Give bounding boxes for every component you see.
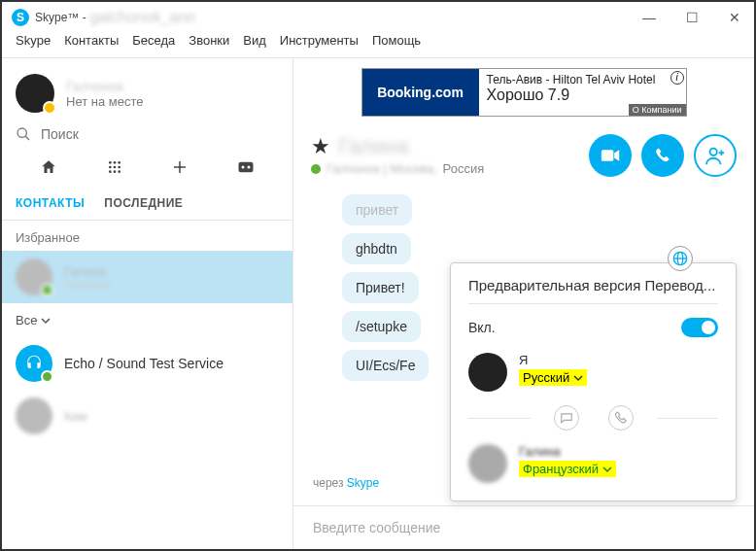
svg-point-3 bbox=[113, 161, 116, 164]
svg-point-5 bbox=[109, 166, 112, 169]
own-status: Нет на месте bbox=[66, 94, 143, 109]
contact-name: Ким bbox=[64, 409, 87, 424]
tab-recent[interactable]: ПОСЛЕДНИЕ bbox=[104, 196, 183, 210]
status-away-icon bbox=[43, 101, 56, 115]
dialpad-icon[interactable] bbox=[105, 157, 124, 177]
svg-point-10 bbox=[118, 170, 120, 173]
chat-sub-blurred: Галчонок | Москва, bbox=[326, 161, 437, 176]
search-row[interactable] bbox=[2, 122, 292, 152]
video-icon bbox=[601, 149, 620, 162]
svg-point-2 bbox=[109, 161, 112, 164]
contact-name: Echo / Sound Test Service bbox=[64, 356, 223, 371]
via-pre: через bbox=[313, 476, 347, 490]
contact-avatar bbox=[16, 397, 52, 434]
svg-point-7 bbox=[118, 166, 120, 169]
contact-item-echo[interactable]: Echo / Sound Test Service bbox=[2, 337, 292, 390]
message-bubble: Привет! bbox=[342, 272, 419, 303]
svg-point-17 bbox=[710, 149, 717, 155]
search-input[interactable] bbox=[41, 126, 279, 142]
svg-rect-13 bbox=[239, 162, 254, 173]
ad-brand: Booking.com bbox=[362, 69, 479, 116]
their-language-value: Французский bbox=[523, 462, 599, 476]
minimize-button[interactable]: — bbox=[639, 10, 659, 25]
toggle-label: Вкл. bbox=[468, 320, 496, 335]
sidebar: Галчонок Нет на месте КОНТАКТЫ ПОСЛЕДНИЕ… bbox=[2, 58, 293, 549]
svg-line-1 bbox=[25, 136, 29, 140]
chat-title: Галина bbox=[338, 134, 408, 159]
toggle-switch[interactable] bbox=[681, 318, 718, 337]
svg-rect-16 bbox=[601, 150, 614, 161]
person-plus-icon bbox=[704, 145, 726, 166]
svg-point-8 bbox=[109, 170, 112, 173]
ad-company[interactable]: О Компании bbox=[629, 104, 686, 116]
voice-call-button[interactable] bbox=[641, 134, 684, 177]
svg-point-14 bbox=[242, 166, 245, 169]
phone-icon bbox=[654, 147, 671, 164]
menu-view[interactable]: Вид bbox=[243, 33, 266, 57]
svg-point-0 bbox=[17, 128, 26, 137]
own-name: Галчонок bbox=[66, 79, 143, 94]
my-language-dropdown[interactable]: Русский bbox=[519, 369, 587, 386]
message-bubble: /setupke bbox=[342, 311, 421, 342]
all-label: Все bbox=[16, 313, 37, 327]
popup-me-label: Я bbox=[519, 353, 587, 367]
add-contact-button[interactable] bbox=[694, 134, 737, 177]
chat-location: Россия bbox=[443, 161, 485, 176]
bot-icon[interactable] bbox=[236, 157, 256, 177]
skype-icon: S bbox=[12, 9, 29, 26]
contact-item[interactable]: Ким bbox=[2, 390, 292, 442]
menubar: Skype Контакты Беседа Звонки Вид Инструм… bbox=[2, 33, 754, 58]
home-icon[interactable] bbox=[39, 157, 58, 177]
popup-them-name: Галина bbox=[519, 444, 616, 459]
profile-row[interactable]: Галчонок Нет на месте bbox=[2, 58, 292, 122]
call-mode-icon[interactable] bbox=[608, 405, 634, 430]
svg-point-6 bbox=[113, 166, 116, 169]
contact-sub: Галчонок bbox=[64, 279, 110, 291]
tab-contacts[interactable]: КОНТАКТЫ bbox=[16, 196, 85, 210]
search-icon bbox=[16, 126, 31, 142]
globe-icon[interactable] bbox=[668, 246, 693, 271]
ad-info-icon[interactable]: i bbox=[670, 71, 684, 85]
message-bubble: UI/Ecs/Fe bbox=[342, 350, 429, 381]
popup-title: Предварительная версия Перевод... bbox=[468, 277, 718, 293]
chevron-down-icon bbox=[573, 373, 583, 383]
maximize-button[interactable]: ☐ bbox=[682, 10, 702, 25]
menu-tools[interactable]: Инструменты bbox=[280, 33, 359, 57]
divider bbox=[468, 303, 718, 304]
close-button[interactable]: ✕ bbox=[725, 10, 744, 25]
video-call-button[interactable] bbox=[589, 134, 632, 177]
menu-skype[interactable]: Skype bbox=[16, 33, 51, 57]
svg-point-15 bbox=[248, 166, 251, 169]
favorite-star-icon[interactable]: ★ bbox=[311, 134, 330, 159]
translator-popup: Предварительная версия Перевод... Вкл. Я… bbox=[450, 262, 737, 501]
chat-mode-icon[interactable] bbox=[554, 405, 579, 430]
menu-help[interactable]: Помощь bbox=[372, 33, 421, 57]
chevron-down-icon bbox=[41, 316, 51, 326]
message-bubble: привет bbox=[342, 194, 412, 225]
status-online-icon bbox=[41, 284, 53, 296]
message-bubble: ghbdtn bbox=[342, 233, 411, 264]
ad-line2: Хорошо 7.9 bbox=[487, 86, 678, 104]
main-panel: Booking.com Тель-Авив - Hilton Tel Aviv … bbox=[293, 58, 754, 549]
svg-point-9 bbox=[113, 170, 116, 173]
contact-avatar bbox=[16, 258, 52, 295]
their-language-dropdown[interactable]: Французский bbox=[519, 461, 616, 477]
all-dropdown[interactable]: Все bbox=[2, 303, 292, 337]
ad-banner[interactable]: Booking.com Тель-Авив - Hilton Tel Aviv … bbox=[361, 68, 687, 117]
menu-calls[interactable]: Звонки bbox=[189, 33, 229, 57]
ad-line1: Тель-Авив - Hilton Tel Aviv Hotel bbox=[487, 73, 678, 86]
echo-avatar bbox=[16, 345, 52, 382]
via-link[interactable]: Skype bbox=[347, 476, 379, 490]
menu-conversation[interactable]: Беседа bbox=[132, 33, 175, 57]
svg-point-4 bbox=[118, 161, 120, 164]
titlebar: S Skype™ - galchonok_ann — ☐ ✕ bbox=[2, 2, 754, 33]
message-input[interactable]: Введите сообщение bbox=[293, 505, 754, 549]
add-icon[interactable] bbox=[170, 157, 189, 177]
menu-contacts[interactable]: Контакты bbox=[64, 33, 119, 57]
titlebar-app: Skype™ - bbox=[35, 11, 86, 24]
contact-item-selected[interactable]: Галина Галчонок bbox=[2, 251, 292, 303]
chat-header: ★ Галина Галчонок | Москва, Россия bbox=[293, 126, 754, 185]
chevron-down-icon bbox=[602, 465, 612, 474]
my-language-value: Русский bbox=[523, 370, 569, 385]
own-avatar bbox=[16, 74, 54, 113]
